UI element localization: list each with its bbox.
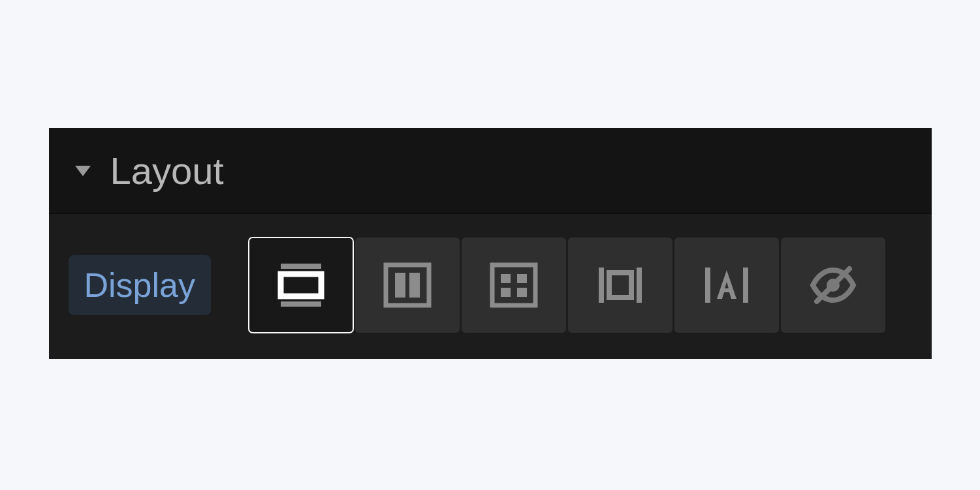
svg-rect-2 <box>281 301 321 307</box>
display-option-inline-block[interactable] <box>568 237 672 333</box>
svg-rect-0 <box>281 264 321 269</box>
svg-rect-12 <box>637 268 642 303</box>
caret-down-icon <box>75 166 91 176</box>
hidden-icon <box>806 258 860 312</box>
layout-section-header[interactable]: Layout <box>49 128 932 214</box>
display-option-block[interactable] <box>249 237 353 333</box>
inline-icon <box>700 258 753 312</box>
display-option-inline[interactable] <box>674 237 779 333</box>
svg-rect-13 <box>609 273 631 298</box>
svg-rect-7 <box>501 274 511 283</box>
svg-rect-3 <box>386 265 429 305</box>
svg-rect-8 <box>517 274 527 283</box>
layout-panel: Layout Display <box>49 128 932 359</box>
svg-rect-10 <box>517 288 527 297</box>
svg-rect-4 <box>395 273 405 298</box>
svg-rect-1 <box>281 274 321 296</box>
inline-block-icon <box>593 258 647 312</box>
display-options <box>249 237 885 333</box>
svg-rect-5 <box>409 273 420 298</box>
svg-rect-15 <box>743 268 748 303</box>
flex-icon <box>381 258 434 312</box>
grid-icon <box>487 258 541 312</box>
display-option-grid[interactable] <box>462 237 566 333</box>
svg-rect-6 <box>492 265 535 305</box>
svg-rect-14 <box>705 268 710 303</box>
display-property-label[interactable]: Display <box>69 255 212 315</box>
display-option-flex[interactable] <box>355 237 460 333</box>
display-option-none[interactable] <box>781 237 885 333</box>
block-icon <box>274 258 328 312</box>
svg-rect-9 <box>501 288 511 297</box>
section-title: Layout <box>110 149 224 192</box>
layout-section-body: Display <box>49 214 932 359</box>
svg-rect-11 <box>599 268 604 303</box>
